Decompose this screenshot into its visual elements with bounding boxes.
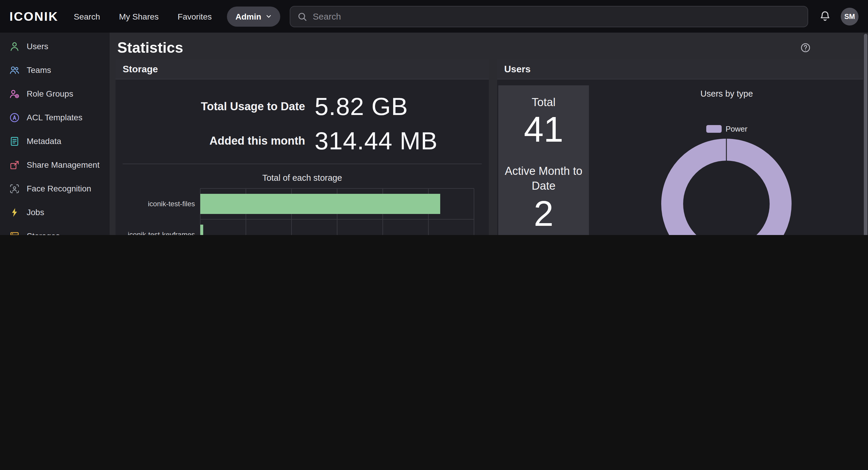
- users-active-value: 2: [498, 194, 589, 234]
- storage-stat-label: Total Usage to Date: [116, 100, 305, 113]
- sidebar-item-label: Face Recognition: [27, 184, 91, 193]
- topbar-right: SM: [819, 7, 860, 25]
- page-title: Statistics: [117, 39, 183, 56]
- top-nav-favorites[interactable]: Favorites: [178, 11, 212, 21]
- sidebar-item-teams[interactable]: Teams: [3, 58, 107, 82]
- sidebar-item-label: Storages: [27, 231, 60, 235]
- users-panel: Users Total 41 Active Month to Date 2 Us…: [497, 59, 864, 235]
- main-content: Statistics Storage Total Usage to Date5.…: [110, 33, 868, 235]
- storage-stats: Total Usage to Date5.82 GBAdded this mon…: [116, 94, 489, 154]
- sidebar-item-metadata[interactable]: Metadata: [3, 129, 107, 153]
- role-groups-icon: [8, 88, 20, 99]
- iconik-logo[interactable]: ICONIK: [9, 9, 58, 23]
- svg-text:iconik-test-keyframes: iconik-test-keyframes: [128, 231, 195, 235]
- storage-stat-label: Added this month: [116, 135, 305, 148]
- chevron-down-icon: [266, 13, 272, 20]
- users-by-type-donut-chart: [654, 131, 799, 235]
- notifications-bell-icon[interactable]: [819, 10, 831, 23]
- storage-panel: Storage Total Usage to Date5.82 GBAdded …: [116, 59, 489, 235]
- sidebar-item-acl-templates[interactable]: ACL Templates: [3, 106, 107, 129]
- users-icon: [8, 64, 20, 76]
- sidebar-item-jobs[interactable]: Jobs: [3, 200, 107, 224]
- bolt-icon: [8, 206, 20, 218]
- storage-panel-header: Storage: [116, 59, 489, 80]
- acl-icon: [8, 111, 20, 123]
- storage-stat-value: 314.44 MB: [315, 128, 489, 154]
- admin-sidebar: UsersTeamsRole GroupsACL TemplatesMetada…: [0, 33, 110, 235]
- sidebar-nav: UsersTeamsRole GroupsACL TemplatesMetada…: [0, 34, 110, 235]
- search-input[interactable]: [313, 11, 801, 21]
- sidebar-item-label: ACL Templates: [27, 113, 82, 122]
- storage-stat-value: 5.82 GB: [315, 94, 489, 120]
- sidebar-item-label: Metadata: [27, 136, 61, 146]
- global-search[interactable]: [290, 6, 808, 27]
- sidebar-item-label: Teams: [27, 65, 51, 75]
- sidebar-item-face-recognition[interactable]: Face Recognition: [3, 177, 107, 200]
- divider: [123, 164, 482, 164]
- users-panel-header: Users: [497, 59, 864, 80]
- sidebar-item-share-management[interactable]: Share Management: [3, 153, 107, 177]
- users-total-box: Total 41 Active Month to Date 2: [498, 85, 589, 235]
- metadata-icon: [8, 135, 20, 147]
- user-avatar[interactable]: SM: [841, 7, 859, 25]
- vertical-scrollbar[interactable]: [863, 33, 868, 235]
- sidebar-item-label: Users: [27, 41, 48, 51]
- app-root: ICONIK SearchMy SharesFavorites Admin SM…: [0, 0, 868, 235]
- top-nav-my-shares[interactable]: My Shares: [119, 11, 159, 21]
- search-icon: [297, 11, 308, 22]
- sidebar-item-label: Share Management: [27, 160, 99, 170]
- face-icon: [8, 182, 20, 195]
- top-nav-search[interactable]: Search: [74, 11, 100, 21]
- storage-per-storage-chart: 0 B953.67 MB1.86 GB2.79 GB3.73 GB4.66 GB…: [120, 187, 485, 235]
- help-icon[interactable]: [800, 42, 811, 53]
- admin-menu-button[interactable]: Admin: [227, 6, 280, 26]
- users-total-label: Total: [498, 96, 589, 109]
- storage-icon: [8, 230, 20, 235]
- sidebar-item-label: Jobs: [27, 207, 44, 217]
- users-active-label: Active Month to Date: [498, 164, 589, 194]
- user-icon: [8, 40, 20, 52]
- storage-per-storage-chart-title: Total of each storage: [116, 173, 489, 182]
- svg-text:iconik-test-files: iconik-test-files: [148, 200, 195, 208]
- admin-menu-label: Admin: [236, 11, 261, 21]
- sidebar-item-storages[interactable]: Storages: [3, 224, 107, 235]
- sidebar-item-users[interactable]: Users: [3, 34, 107, 58]
- scrollbar-thumb[interactable]: [864, 34, 867, 235]
- top-nav: SearchMy SharesFavorites: [74, 11, 212, 21]
- users-by-type-chart-title: Users by type: [589, 89, 864, 98]
- sidebar-item-role-groups[interactable]: Role Groups: [3, 82, 107, 106]
- share-icon: [8, 159, 20, 171]
- sidebar-item-label: Role Groups: [27, 89, 73, 98]
- users-total-value: 41: [498, 109, 589, 150]
- topbar: ICONIK SearchMy SharesFavorites Admin SM: [0, 0, 868, 33]
